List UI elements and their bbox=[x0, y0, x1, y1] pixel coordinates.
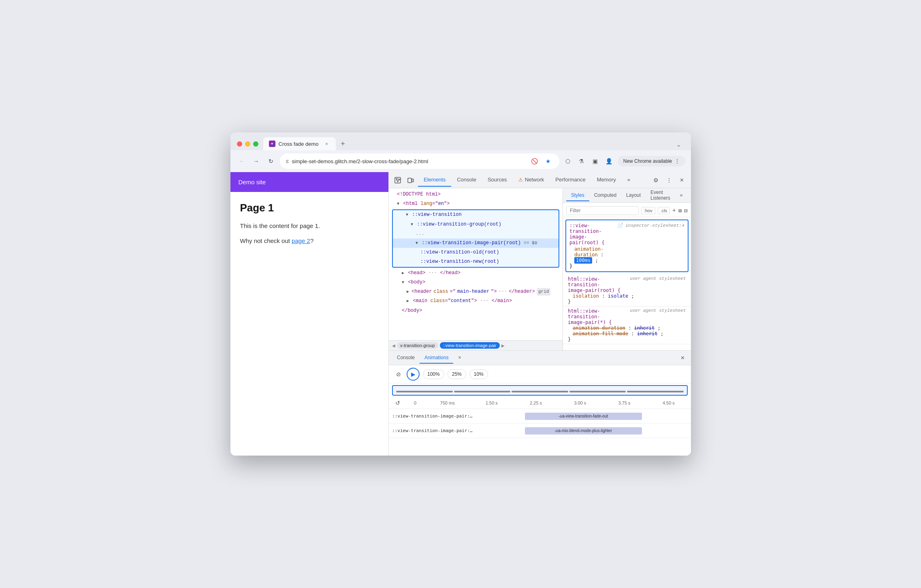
share-icon[interactable]: ⬡ bbox=[563, 156, 573, 166]
devtools-toolbar-right: ⚙ ⋮ × bbox=[650, 175, 688, 186]
html-line[interactable]: ::view-transition-new(root) bbox=[393, 257, 559, 266]
console-drawer-tab[interactable]: Console bbox=[392, 352, 420, 364]
bookmark-icon[interactable]: ★ bbox=[543, 156, 554, 166]
animations-drawer-tab[interactable]: Animations bbox=[420, 352, 453, 364]
elements-content[interactable]: <!DOCTYPE html> ▼ <html lang="en"> ▼ ::v… bbox=[389, 188, 563, 340]
title-bar: ✦ Cross fade demo × + ⌄ bbox=[230, 132, 691, 150]
computed-tab[interactable]: Computed bbox=[589, 190, 621, 201]
html-line[interactable]: ::view-transition-old(root) bbox=[393, 248, 559, 257]
html-line[interactable]: ▼ <body> bbox=[389, 278, 563, 287]
more-styles-tabs[interactable]: » bbox=[675, 190, 688, 201]
styles-tab[interactable]: Styles bbox=[566, 190, 589, 201]
css-value-inherit2-strikethrough: inherit bbox=[637, 331, 658, 337]
reload-icon: ↻ bbox=[269, 158, 273, 164]
performance-tab[interactable]: Performance bbox=[550, 173, 591, 187]
html-line[interactable]: ▼ <html lang="en"> bbox=[389, 199, 563, 209]
sources-tab-label: Sources bbox=[488, 177, 507, 183]
speed-25-button[interactable]: 25% bbox=[448, 369, 466, 379]
breadcrumb-item-image-pair[interactable]: ::view-transition-image-pair bbox=[440, 342, 500, 349]
styles-filter-input[interactable] bbox=[566, 206, 639, 215]
html-line[interactable]: ▶ <head> ··· </head> bbox=[389, 268, 563, 278]
page-heading: Page 1 bbox=[240, 202, 379, 214]
tab-close-button[interactable]: × bbox=[324, 141, 330, 147]
ruler-reload-icon[interactable]: ↺ bbox=[394, 399, 402, 407]
svg-rect-2 bbox=[412, 179, 414, 182]
tab-bar: ✦ Cross fade demo × + ⌄ bbox=[263, 137, 684, 150]
svg-rect-1 bbox=[408, 178, 411, 183]
drawer-tabs: Console Animations × × bbox=[389, 351, 691, 365]
forward-button[interactable]: → bbox=[251, 156, 262, 167]
new-chrome-button[interactable]: New Chrome available ⋮ bbox=[618, 156, 685, 166]
more-tabs-button[interactable]: » bbox=[622, 173, 636, 187]
devtools-tabs: Elements Console Sources ⚠ Network Perfo… bbox=[418, 173, 648, 187]
inspector-stylesheet-block: ::view-transition- image-pair(root) { an… bbox=[565, 219, 688, 272]
breadcrumb-left-arrow[interactable]: ◀ bbox=[392, 343, 395, 348]
animation-group-block[interactable] bbox=[392, 385, 687, 396]
html-line[interactable]: <!DOCTYPE html> bbox=[389, 190, 563, 199]
devtools-more-icon[interactable]: ⋮ bbox=[663, 175, 675, 186]
security-icon: ⧖ bbox=[286, 158, 289, 164]
html-line[interactable]: ▼ ::view-transition-group(root) bbox=[393, 220, 559, 229]
track-1-label: ::view-transition-image-pair::view-tra bbox=[389, 413, 478, 419]
demo-page: Demo site Page 1 This is the content for… bbox=[230, 172, 389, 456]
html-line[interactable]: ▼ ::view-transition-image-pair(root) == … bbox=[393, 239, 559, 248]
back-button[interactable]: ← bbox=[236, 156, 247, 167]
class-pseudo-button[interactable]: .cls bbox=[658, 207, 670, 214]
maximize-window-button[interactable] bbox=[253, 141, 258, 147]
sidebar-icon[interactable]: ▣ bbox=[590, 156, 601, 166]
new-tab-button[interactable]: + bbox=[337, 138, 349, 149]
device-emulation-tool[interactable] bbox=[405, 175, 416, 186]
breadcrumb-item-transition-group[interactable]: v-transition-group bbox=[397, 342, 438, 349]
reload-button[interactable]: ↻ bbox=[265, 156, 277, 167]
tab-bar-end: ⌄ bbox=[673, 139, 684, 150]
more-style-icon[interactable]: ⊟ bbox=[684, 207, 687, 214]
ruler-mark-0: 0 bbox=[405, 401, 425, 405]
sources-tab[interactable]: Sources bbox=[482, 173, 513, 187]
event-listeners-tab[interactable]: Event Listeners bbox=[646, 188, 675, 204]
css-selector: image-pair(root) { bbox=[569, 234, 605, 245]
html-line[interactable]: ▶ <header class="main-header"> ··· </hea… bbox=[389, 287, 563, 297]
html-line[interactable]: ▼ ::view-transition bbox=[393, 210, 559, 219]
page2-link[interactable]: page 2 bbox=[292, 237, 310, 244]
animations-close-tab[interactable]: × bbox=[453, 352, 466, 364]
devtools-close-button[interactable]: × bbox=[676, 175, 688, 186]
track-2-bar-area: -ua-mix-blend-mode-plus-lighter bbox=[478, 424, 691, 438]
animations-play-button[interactable]: ▶ bbox=[407, 368, 420, 381]
speed-10-button[interactable]: 10% bbox=[469, 369, 488, 379]
address-bar-icons: 🚫 ★ bbox=[529, 156, 554, 166]
select-element-tool[interactable] bbox=[392, 175, 403, 186]
devtools-main: <!DOCTYPE html> ▼ <html lang="en"> ▼ ::v… bbox=[389, 188, 691, 350]
drawer-close-button[interactable]: × bbox=[678, 353, 688, 363]
network-tab[interactable]: ⚠ Network bbox=[513, 173, 550, 187]
user-agent-block-1: html::view-transition-image-pair(root) {… bbox=[563, 275, 691, 307]
elements-tab[interactable]: Elements bbox=[418, 173, 451, 187]
css-property-animation-fill-mode-strikethrough: animation-fill-mode bbox=[573, 331, 628, 337]
html-line[interactable]: ... bbox=[393, 229, 559, 239]
flask-icon[interactable]: ⚗ bbox=[576, 156, 587, 166]
profile-icon[interactable]: 👤 bbox=[604, 156, 614, 166]
network-warning-icon: ⚠ bbox=[518, 177, 523, 183]
active-tab[interactable]: ✦ Cross fade demo × bbox=[263, 137, 336, 150]
breadcrumb-right-arrow[interactable]: ▶ bbox=[501, 343, 505, 348]
speed-100-button[interactable]: 100% bbox=[423, 369, 444, 379]
copy-style-icon[interactable]: ⊞ bbox=[678, 207, 682, 214]
minimize-window-button[interactable] bbox=[245, 141, 250, 147]
memory-tab[interactable]: Memory bbox=[591, 173, 622, 187]
eye-off-icon[interactable]: 🚫 bbox=[529, 156, 540, 166]
console-tab[interactable]: Console bbox=[451, 173, 482, 187]
devtools-settings-icon[interactable]: ⚙ bbox=[650, 175, 662, 186]
tab-overflow-button[interactable]: ⌄ bbox=[673, 139, 684, 150]
link-suffix: ? bbox=[310, 237, 313, 244]
close-window-button[interactable] bbox=[237, 141, 242, 147]
animations-clear-button[interactable]: ⊘ bbox=[394, 369, 403, 379]
layout-tab[interactable]: Layout bbox=[621, 190, 646, 201]
user-agent-block-2: html::view-transition-image-pair(*) { us… bbox=[563, 307, 691, 344]
css-property-animation-duration-strikethrough: animation-duration bbox=[573, 325, 625, 331]
styles-filter-bar: :hov .cls + ⊞ ⊟ bbox=[563, 205, 691, 217]
hover-pseudo-button[interactable]: :hov bbox=[641, 207, 655, 214]
add-style-icon[interactable]: + bbox=[672, 207, 676, 214]
clear-icon: ⊘ bbox=[396, 371, 401, 377]
html-line[interactable]: </body> bbox=[389, 306, 563, 315]
html-line[interactable]: ▶ <main class="content"> ··· </main> bbox=[389, 296, 563, 306]
address-bar[interactable]: ⧖ simple-set-demos.glitch.me/2-slow-cros… bbox=[280, 153, 559, 169]
